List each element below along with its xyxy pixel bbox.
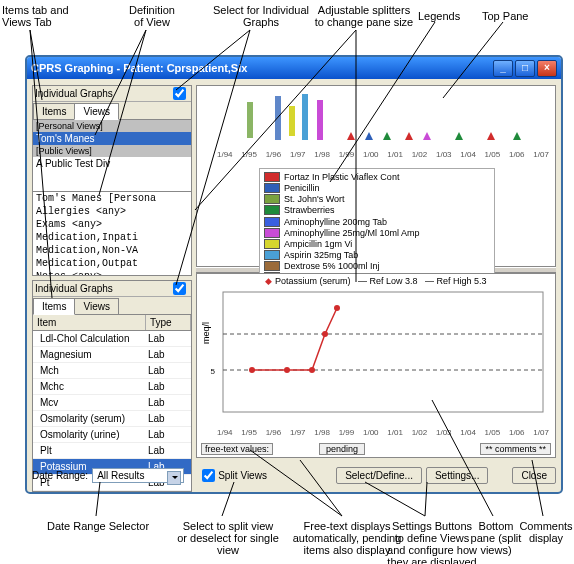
- views-list-item[interactable]: [Personal Views]: [33, 120, 191, 132]
- callout-definition: Definition of View: [122, 4, 182, 28]
- col-item[interactable]: Item: [33, 315, 146, 330]
- svg-text:5: 5: [211, 367, 216, 376]
- svg-point-36: [284, 367, 290, 373]
- svg-rect-18: [247, 102, 253, 138]
- legend-item: Penicillin: [264, 183, 399, 193]
- svg-rect-21: [302, 94, 308, 140]
- items-list-row[interactable]: MchLab: [33, 363, 191, 379]
- callout-comments: Comments display: [518, 520, 574, 544]
- view-defn-item: Allergies <any>: [33, 205, 191, 218]
- callout-settings: Settings Buttons to define Views and con…: [382, 520, 482, 564]
- individual-graphs-label-bottom: Individual Graphs: [35, 283, 113, 294]
- xaxis-bottom: 1/941/951/961/971/981/991/001/011/021/03…: [217, 428, 549, 437]
- settings-button[interactable]: Settings...: [426, 467, 488, 484]
- items-list-row[interactable]: PltLab: [33, 443, 191, 459]
- legend-item: Fortaz In Plastic Viaflex Cont: [264, 172, 399, 182]
- close-window-button[interactable]: ×: [537, 60, 557, 77]
- maximize-button[interactable]: □: [515, 60, 535, 77]
- callout-items-views: Items tab and Views Tab: [2, 4, 84, 28]
- view-defn-item: Medication,Non-VA: [33, 244, 191, 257]
- views-list-item[interactable]: [Public Views]: [33, 145, 191, 157]
- svg-marker-27: [423, 132, 431, 140]
- close-button[interactable]: Close: [512, 467, 556, 484]
- view-defn-item: Medication,Inpati: [33, 231, 191, 244]
- callout-bottom-pane: Bottom pane (split views): [468, 520, 524, 556]
- svg-rect-20: [289, 106, 295, 136]
- split-views-label: Split Views: [218, 470, 267, 481]
- top-chart[interactable]: 1/941/951/961/971/981/991/001/011/021/03…: [196, 85, 556, 267]
- svg-rect-31: [223, 292, 543, 412]
- window-title: CPRS Graphing - Patient: Cprspatient,Six: [31, 62, 491, 74]
- svg-marker-30: [513, 132, 521, 140]
- tab-views-bottom[interactable]: Views: [74, 298, 119, 314]
- view-defn-item: Notes <any>: [33, 270, 191, 276]
- split-views-checkbox[interactable]: [202, 469, 215, 482]
- callout-top-pane: Top Pane: [482, 10, 528, 22]
- callout-date-range: Date Range Selector: [38, 520, 158, 532]
- select-define-button[interactable]: Select/Define...: [336, 467, 422, 484]
- tab-items-top[interactable]: Items: [33, 103, 75, 119]
- tab-items-bottom[interactable]: Items: [33, 298, 75, 315]
- svg-point-39: [334, 305, 340, 311]
- svg-marker-25: [383, 132, 391, 140]
- items-list-row[interactable]: Osmolarity (urine)Lab: [33, 427, 191, 443]
- legend-item: Aspirin 325mg Tab: [264, 250, 420, 260]
- xaxis-top: 1/941/951/961/971/981/991/001/011/021/03…: [217, 150, 549, 159]
- pending-label: pending: [319, 443, 365, 455]
- app-window: CPRS Graphing - Patient: Cprspatient,Six…: [25, 55, 563, 494]
- bottom-bar: Date Range: All Results Split Views Sele…: [32, 464, 556, 486]
- callout-ind-graphs: Select for Individual Graphs: [206, 4, 316, 28]
- items-list-row[interactable]: MagnesiumLab: [33, 347, 191, 363]
- callout-legends: Legends: [418, 10, 460, 22]
- comments-button[interactable]: ** comments **: [480, 443, 551, 455]
- svg-marker-28: [455, 132, 463, 140]
- svg-point-38: [322, 331, 328, 337]
- svg-rect-19: [275, 96, 281, 140]
- date-range-combo[interactable]: All Results: [92, 468, 184, 483]
- individual-graphs-checkbox-top[interactable]: [173, 87, 186, 100]
- view-defn-item: Medication,Outpat: [33, 257, 191, 270]
- svg-rect-22: [317, 100, 323, 140]
- legend-item: Strawberries: [264, 205, 399, 215]
- legend-item: Aminophylline 25mg/Ml 10ml Amp: [264, 228, 420, 238]
- titlebar[interactable]: CPRS Graphing - Patient: Cprspatient,Six…: [27, 57, 561, 79]
- svg-point-35: [249, 367, 255, 373]
- view-defn-item: Exams <any>: [33, 218, 191, 231]
- minimize-button[interactable]: _: [493, 60, 513, 77]
- legend-item: Dextrose 5% 1000ml Inj: [264, 261, 420, 271]
- items-list-row[interactable]: McvLab: [33, 395, 191, 411]
- tab-views-top[interactable]: Views: [74, 103, 119, 120]
- view-definition-list[interactable]: Allergies <any> Exams <any> Medication,I…: [33, 205, 191, 276]
- svg-marker-29: [487, 132, 495, 140]
- svg-marker-23: [347, 132, 355, 140]
- view-definition-header: Tom's Manes [Persona: [33, 191, 191, 205]
- views-list[interactable]: [Personal Views]Tom's Manes[Public Views…: [33, 120, 191, 191]
- legend-item: Ampicillin 1gm Vi: [264, 239, 420, 249]
- col-type[interactable]: Type: [146, 315, 191, 330]
- callout-split: Select to split view or deselect for sin…: [168, 520, 288, 556]
- views-list-item[interactable]: A Public Test Div: [33, 157, 191, 170]
- individual-graphs-checkbox-bottom[interactable]: [173, 282, 186, 295]
- svg-marker-24: [365, 132, 373, 140]
- items-list-row[interactable]: Osmolarity (serum)Lab: [33, 411, 191, 427]
- bottom-chart[interactable]: ◆ Potassium (serum) — Ref Low 3.8 — Ref …: [196, 273, 556, 458]
- legend-top: Fortaz In Plastic Viaflex ContPenicillin…: [259, 168, 495, 286]
- items-list-row[interactable]: Ldl-Chol CalculationLab: [33, 331, 191, 347]
- legend-item: St. John's Wort: [264, 194, 399, 204]
- individual-graphs-label-top: Individual Graphs: [35, 88, 113, 99]
- views-list-item[interactable]: Tom's Manes: [33, 132, 191, 145]
- svg-marker-26: [405, 132, 413, 140]
- legend-item: Aminophylline 200mg Tab: [264, 217, 420, 227]
- free-text-label: free-text values:: [201, 443, 273, 455]
- svg-point-37: [309, 367, 315, 373]
- date-range-label: Date Range:: [32, 470, 88, 481]
- callout-splitters: Adjustable splitters to change pane size: [304, 4, 424, 28]
- items-list-row[interactable]: MchcLab: [33, 379, 191, 395]
